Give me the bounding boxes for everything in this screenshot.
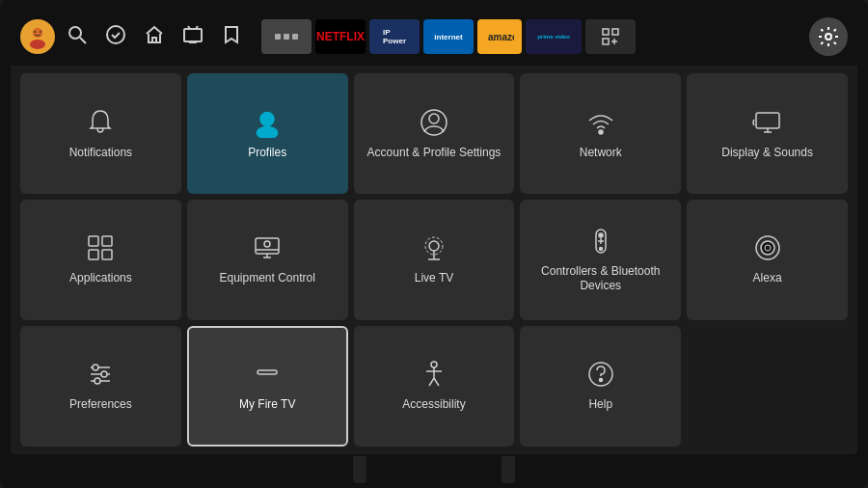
svg-rect-33 bbox=[89, 250, 98, 259]
grid-item-help[interactable]: Help bbox=[520, 326, 681, 447]
svg-point-45 bbox=[599, 233, 603, 237]
grid-item-equipment-control[interactable]: Equipment Control bbox=[187, 200, 348, 320]
top-nav-icons bbox=[67, 24, 242, 50]
svg-text:amazon: amazon bbox=[488, 32, 514, 42]
top-apps: NETFLIX IPPower internet amazon prime vi… bbox=[261, 19, 794, 54]
svg-point-65 bbox=[599, 379, 602, 382]
stand-leg-right bbox=[502, 456, 515, 483]
preferences-label: Preferences bbox=[64, 397, 138, 413]
alexa-label: Alexa bbox=[747, 271, 788, 286]
svg-line-63 bbox=[434, 378, 439, 386]
svg-rect-14 bbox=[284, 34, 289, 40]
remote-icon bbox=[585, 226, 616, 257]
grid-item-display-sounds[interactable]: Display & Sounds bbox=[687, 73, 848, 194]
svg-point-50 bbox=[761, 241, 774, 255]
sliders-icon bbox=[85, 359, 116, 390]
grid-item-profiles[interactable]: Profiles bbox=[187, 73, 348, 194]
grid-item-my-fire-tv[interactable]: My Fire TV bbox=[187, 326, 348, 447]
equipment-control-label: Equipment Control bbox=[214, 271, 321, 286]
notifications-label: Notifications bbox=[64, 146, 138, 161]
svg-rect-15 bbox=[292, 34, 298, 40]
svg-point-40 bbox=[429, 241, 439, 251]
app-tile-dots[interactable] bbox=[261, 19, 312, 54]
tv-outer: NETFLIX IPPower internet amazon prime vi… bbox=[0, 0, 868, 488]
grid-item-network[interactable]: Network bbox=[520, 73, 681, 194]
app-tile-amazon[interactable]: amazon bbox=[477, 19, 522, 54]
grid-item-applications[interactable]: Applications bbox=[20, 200, 181, 320]
fire-tv-icon bbox=[252, 359, 283, 390]
grid-item-empty bbox=[687, 326, 848, 447]
profiles-label: Profiles bbox=[242, 146, 292, 161]
svg-point-59 bbox=[431, 362, 437, 367]
profiles-icon bbox=[252, 107, 283, 138]
grid-item-account-profile[interactable]: Account & Profile Settings bbox=[354, 73, 515, 194]
svg-point-57 bbox=[95, 378, 100, 384]
display-icon bbox=[752, 107, 783, 138]
svg-point-1 bbox=[30, 40, 45, 49]
svg-point-26 bbox=[429, 114, 439, 123]
antenna-icon bbox=[419, 232, 449, 263]
stand-leg-left bbox=[353, 456, 366, 483]
svg-point-27 bbox=[599, 130, 603, 134]
svg-line-62 bbox=[429, 378, 434, 386]
svg-rect-9 bbox=[184, 29, 202, 41]
svg-point-5 bbox=[69, 27, 81, 39]
controllers-bluetooth-label: Controllers & Bluetooth Devices bbox=[520, 264, 681, 294]
grid-item-notifications[interactable]: Notifications bbox=[20, 73, 181, 194]
bookmark-icon[interactable] bbox=[221, 24, 242, 50]
app-tile-grid[interactable] bbox=[585, 19, 636, 54]
svg-point-23 bbox=[260, 112, 274, 125]
app-tile-internet[interactable]: internet bbox=[423, 19, 474, 54]
svg-point-24 bbox=[258, 126, 278, 138]
settings-grid: Notifications Profiles bbox=[11, 66, 857, 454]
my-fire-tv-label: My Fire TV bbox=[233, 397, 301, 413]
grid-item-accessibility[interactable]: Accessibility bbox=[354, 326, 515, 447]
live-tv-label: Live TV bbox=[409, 271, 459, 286]
svg-rect-34 bbox=[102, 250, 112, 259]
svg-rect-8 bbox=[152, 38, 156, 42]
app-tile-iptv[interactable]: IPPower bbox=[369, 19, 420, 54]
svg-point-22 bbox=[826, 34, 831, 40]
bell-icon bbox=[85, 107, 116, 138]
home-icon[interactable] bbox=[144, 24, 165, 50]
grid-item-controllers-bluetooth[interactable]: Controllers & Bluetooth Devices bbox=[520, 200, 681, 320]
svg-point-56 bbox=[101, 371, 107, 377]
accessibility-icon bbox=[419, 359, 449, 390]
screen: NETFLIX IPPower internet amazon prime vi… bbox=[11, 8, 857, 454]
display-sounds-label: Display & Sounds bbox=[716, 146, 819, 161]
svg-rect-13 bbox=[275, 34, 281, 40]
help-icon bbox=[585, 359, 616, 390]
svg-point-3 bbox=[34, 31, 36, 33]
svg-point-39 bbox=[264, 241, 270, 247]
svg-point-55 bbox=[93, 365, 98, 370]
person-circle-icon bbox=[419, 107, 449, 138]
search-icon[interactable] bbox=[67, 24, 88, 50]
settings-gear-button[interactable] bbox=[809, 17, 848, 56]
grid-item-preferences[interactable]: Preferences bbox=[20, 326, 181, 447]
svg-rect-31 bbox=[89, 236, 98, 246]
network-label: Network bbox=[574, 146, 628, 161]
svg-rect-32 bbox=[102, 236, 112, 246]
applications-label: Applications bbox=[64, 271, 138, 286]
apps-icon bbox=[85, 232, 116, 263]
check-circle-icon[interactable] bbox=[105, 24, 126, 50]
avatar[interactable] bbox=[20, 19, 55, 54]
svg-point-4 bbox=[40, 31, 41, 33]
alexa-icon bbox=[752, 232, 783, 263]
svg-line-6 bbox=[80, 38, 86, 43]
tv-stand bbox=[0, 454, 868, 488]
grid-item-live-tv[interactable]: Live TV bbox=[354, 200, 515, 320]
monitor-icon bbox=[252, 232, 283, 263]
svg-rect-19 bbox=[603, 39, 609, 44]
svg-point-48 bbox=[599, 247, 602, 250]
tv-icon[interactable] bbox=[182, 24, 203, 50]
svg-rect-28 bbox=[756, 113, 779, 128]
svg-rect-17 bbox=[603, 29, 609, 35]
app-tile-netflix[interactable]: NETFLIX bbox=[315, 19, 366, 54]
app-tile-prime[interactable]: prime video bbox=[526, 19, 582, 54]
svg-rect-58 bbox=[258, 370, 277, 374]
grid-item-alexa[interactable]: Alexa bbox=[687, 200, 848, 320]
top-bar: NETFLIX IPPower internet amazon prime vi… bbox=[11, 8, 857, 66]
account-profile-label: Account & Profile Settings bbox=[362, 146, 507, 161]
wifi-icon bbox=[585, 107, 616, 138]
